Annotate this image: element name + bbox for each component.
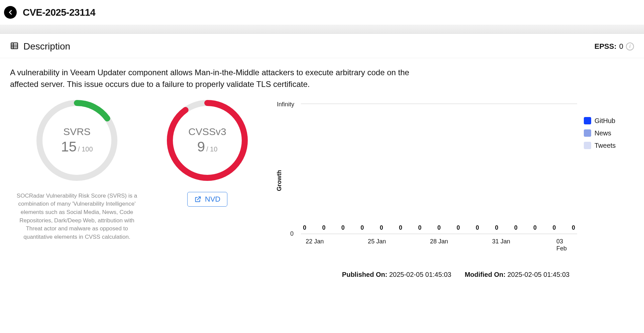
arrow-left-icon <box>7 9 14 16</box>
chart-data-label: 0 <box>437 224 441 231</box>
published-value: 2025-02-05 01:45:03 <box>389 271 451 278</box>
svrs-explanation: SOCRadar Vulnerability Risk Score (SVRS)… <box>10 192 144 241</box>
page-title: CVE-2025-23114 <box>23 7 95 18</box>
chart-data-label: 0 <box>476 224 479 231</box>
epss-label: EPSS: <box>595 42 617 51</box>
epss-value: 0 <box>619 42 623 51</box>
header-bar: CVE-2025-23114 <box>0 0 644 25</box>
growth-chart-panel: Infinity Growth 000000000000000 0 22 Jan… <box>271 97 634 261</box>
chart-data-label: 0 <box>418 224 422 231</box>
modified-value: 2025-02-05 01:45:03 <box>507 271 569 278</box>
cvss-gauge: CVSSv3 9 / 10 <box>164 97 251 184</box>
chart-data-label: 0 <box>456 224 460 231</box>
cvss-gauge-column: CVSSv3 9 / 10 NVD <box>147 97 267 207</box>
legend-label: GitHub <box>595 117 615 125</box>
chart-data-label: 0 <box>322 224 325 231</box>
legend-item[interactable]: News <box>584 129 634 137</box>
metrics-panels: SVRS 15 / 100 SOCRadar Vulnerability Ris… <box>0 94 644 267</box>
legend-item[interactable]: Tweets <box>584 142 634 149</box>
chart-y-top: Infinity <box>277 101 294 108</box>
list-icon <box>10 41 19 51</box>
cvss-label: CVSSv3 <box>188 126 226 137</box>
legend-swatch <box>584 142 591 149</box>
chart-x-tick: 28 Jan <box>430 238 448 245</box>
description-text: A vulnerability in Veeam Updater compone… <box>0 58 421 94</box>
chart-x-tick: 22 Jan <box>306 238 324 245</box>
chart-x-tick: 31 Jan <box>492 238 510 245</box>
back-button[interactable] <box>4 6 17 19</box>
legend-label: News <box>595 129 611 137</box>
chart-data-label: 0 <box>399 224 402 231</box>
chart-legend: GitHubNewsTweets <box>584 100 634 261</box>
section-title: Description <box>23 41 70 52</box>
svrs-gauge: SVRS 15 / 100 <box>33 97 120 184</box>
epss-score: EPSS: 0 i <box>595 42 634 51</box>
legend-label: Tweets <box>595 142 616 149</box>
published-label: Published On: <box>342 271 388 278</box>
section-header: Description EPSS: 0 i <box>0 34 644 58</box>
modified-label: Modified On: <box>465 271 506 278</box>
chart-data-label: 0 <box>572 224 575 231</box>
chart-data-label: 0 <box>533 224 537 231</box>
svg-rect-0 <box>11 43 18 48</box>
nvd-link-button[interactable]: NVD <box>187 192 227 207</box>
chart-data-label: 0 <box>495 224 498 231</box>
cvss-value: 9 <box>197 139 205 155</box>
chart-data-label: 0 <box>514 224 518 231</box>
divider-strip <box>0 25 644 34</box>
chart-y-title: Growth <box>276 170 283 191</box>
svrs-value: 15 <box>61 139 77 155</box>
chart-y-bottom: 0 <box>290 230 294 237</box>
cvss-max: / 10 <box>206 145 217 153</box>
svrs-gauge-column: SVRS 15 / 100 SOCRadar Vulnerability Ris… <box>10 97 144 241</box>
meta-dates: Published On: 2025-02-05 01:45:03 Modifi… <box>267 267 644 285</box>
info-icon[interactable]: i <box>626 42 634 50</box>
chart-data-label: 0 <box>380 224 383 231</box>
chart-data-label: 0 <box>303 224 306 231</box>
legend-item[interactable]: GitHub <box>584 117 634 125</box>
chart-x-ticks: 22 Jan25 Jan28 Jan31 Jan03 Feb <box>301 238 577 248</box>
external-link-icon <box>194 196 202 203</box>
legend-swatch <box>584 129 591 137</box>
growth-chart: Infinity Growth 000000000000000 0 22 Jan… <box>271 100 577 261</box>
chart-data-label: 0 <box>360 224 364 231</box>
chart-x-tick: 03 Feb <box>556 238 570 252</box>
nvd-link-label: NVD <box>205 195 220 204</box>
chart-data-label: 0 <box>552 224 556 231</box>
svrs-label: SVRS <box>63 126 91 137</box>
chart-data-label: 0 <box>341 224 345 231</box>
svrs-max: / 100 <box>78 145 93 153</box>
chart-x-tick: 25 Jan <box>368 238 386 245</box>
chart-plot-area <box>301 104 577 234</box>
legend-swatch <box>584 117 591 124</box>
chart-data-labels: 000000000000000 <box>301 224 577 231</box>
